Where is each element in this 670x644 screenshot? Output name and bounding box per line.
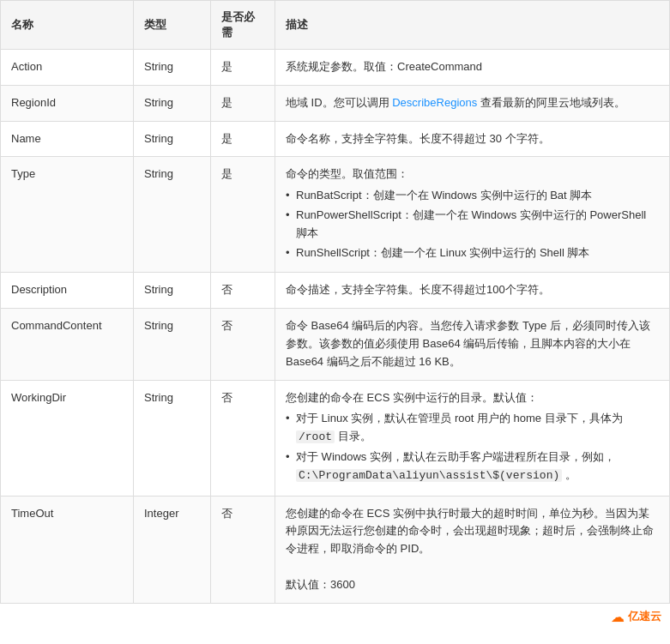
row-required: 否 — [211, 309, 275, 380]
header-type: 类型 — [134, 1, 211, 50]
row-required: 否 — [211, 496, 275, 603]
desc-intro: 您创建的命令在 ECS 实例中运行的目录。默认值： — [286, 391, 538, 404]
row-name: Description — [1, 273, 134, 309]
row-description: 地域 ID。您可以调用 DescribeRegions 查看最新的阿里云地域列表… — [275, 85, 670, 121]
row-name: CommandContent — [1, 309, 134, 380]
row-required: 是 — [211, 157, 275, 273]
row-type: String — [134, 85, 211, 121]
list-item: 对于 Windows 实例，默认在云助手客户端进程所在目录，例如，C:\Prog… — [286, 448, 659, 485]
desc-intro: 命令的类型。取值范围： — [286, 167, 408, 180]
row-name: WorkingDir — [1, 380, 134, 496]
row-description: 命令的类型。取值范围：RunBatScript：创建一个在 Windows 实例… — [275, 157, 670, 273]
row-type: String — [134, 50, 211, 86]
row-required: 是 — [211, 85, 275, 121]
desc-main: 您创建的命令在 ECS 实例中执行时最大的超时时间，单位为秒。当因为某种原因无法… — [286, 507, 654, 556]
list-item: RunPowerShellScript：创建一个在 Windows 实例中运行的… — [286, 207, 659, 243]
list-item: RunBatScript：创建一个在 Windows 实例中运行的 Bat 脚本 — [286, 187, 659, 205]
list-item: 对于 Linux 实例，默认在管理员 root 用户的 home 目录下，具体为… — [286, 410, 659, 447]
row-required: 是 — [211, 50, 275, 86]
row-type: String — [134, 157, 211, 273]
header-name: 名称 — [1, 1, 134, 50]
row-name: Name — [1, 121, 134, 157]
row-type: String — [134, 309, 211, 380]
row-name: Action — [1, 50, 134, 86]
row-name: RegionId — [1, 85, 134, 121]
row-description: 您创建的命令在 ECS 实例中执行时最大的超时时间，单位为秒。当因为某种原因无法… — [275, 496, 670, 603]
row-type: String — [134, 121, 211, 157]
watermark-logo: ☁ — [611, 609, 625, 625]
header-required: 是否必需 — [211, 1, 275, 50]
row-description: 命令描述，支持全字符集。长度不得超过100个字符。 — [275, 273, 670, 309]
row-required: 是 — [211, 121, 275, 157]
row-description: 系统规定参数。取值：CreateCommand — [275, 50, 670, 86]
row-type: Integer — [134, 496, 211, 603]
watermark: ☁ 亿速云 — [0, 604, 670, 630]
row-description: 命令名称，支持全字符集。长度不得超过 30 个字符。 — [275, 121, 670, 157]
row-description: 您创建的命令在 ECS 实例中运行的目录。默认值：对于 Linux 实例，默认在… — [275, 380, 670, 496]
header-description: 描述 — [275, 1, 670, 50]
row-type: String — [134, 273, 211, 309]
api-params-table: 名称 类型 是否必需 描述 ActionString是系统规定参数。取值：Cre… — [0, 0, 670, 604]
row-description: 命令 Base64 编码后的内容。当您传入请求参数 Type 后，必须同时传入该… — [275, 309, 670, 380]
describe-regions-link[interactable]: DescribeRegions — [392, 96, 477, 109]
row-name: Type — [1, 157, 134, 273]
desc-default: 默认值：3600 — [286, 578, 355, 591]
row-type: String — [134, 380, 211, 496]
watermark-text: 亿速云 — [628, 609, 661, 624]
list-item: RunShellScript：创建一个在 Linux 实例中运行的 Shell … — [286, 244, 659, 262]
row-required: 否 — [211, 273, 275, 309]
row-required: 否 — [211, 380, 275, 496]
row-name: TimeOut — [1, 496, 134, 603]
